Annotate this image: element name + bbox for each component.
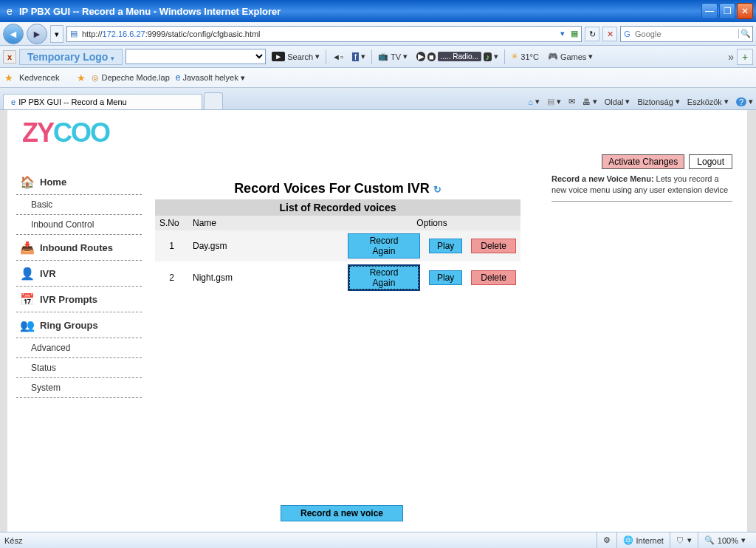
status-bar: Kész ⚙ 🌐Internet ⛉▾ 🔍 100% ▾: [0, 532, 756, 548]
sidebar-item-inbound-control[interactable]: Inbound Control: [16, 215, 142, 235]
toolbar-select[interactable]: [126, 49, 266, 64]
feeds-menu[interactable]: ▤▾: [547, 97, 561, 106]
table-container: Record Voices For Custom IVR ↻ List of R…: [155, 168, 520, 294]
status-zoom[interactable]: 🔍 100% ▾: [698, 532, 752, 548]
close-button[interactable]: ✕: [737, 3, 753, 19]
toolbar-fb[interactable]: f▾: [349, 52, 368, 61]
record-new-container: Record a new voice: [281, 505, 403, 521]
sidebar-item-home[interactable]: 🏠Home: [16, 169, 142, 195]
status-ready: Kész: [4, 532, 597, 548]
cell-name: Night.gsm: [188, 261, 343, 294]
activate-changes-button[interactable]: Activate Changes: [602, 154, 684, 169]
sidebar: 🏠Home Basic Inbound Control 📥Inbound Rou…: [16, 169, 142, 398]
security-menu[interactable]: Biztonság ▾: [637, 97, 679, 106]
ivr-icon: 👤: [19, 265, 35, 281]
play-button[interactable]: Play: [429, 270, 462, 285]
forward-button[interactable]: ►: [27, 24, 47, 44]
status-protected-mode[interactable]: ⛉▾: [670, 532, 698, 548]
status-internet[interactable]: 🌐Internet: [616, 532, 670, 548]
sidebar-item-ring-groups[interactable]: 👥Ring Groups: [16, 312, 142, 338]
cell-sno: 2: [155, 261, 188, 294]
toolbar-weather[interactable]: ☀31°C: [508, 52, 542, 61]
print-menu[interactable]: 🖶▾: [583, 97, 597, 106]
sidebar-item-system[interactable]: System: [16, 378, 142, 398]
search-input[interactable]: [633, 30, 738, 38]
record-new-button[interactable]: Record a new voice: [281, 505, 403, 521]
help-menu[interactable]: ?▾: [736, 97, 753, 106]
prompts-icon: 📅: [19, 291, 35, 307]
play-button[interactable]: Play: [429, 239, 462, 253]
minimize-button[interactable]: —: [701, 3, 718, 19]
toolbar-more-icon[interactable]: »: [728, 51, 734, 63]
stop-button[interactable]: ✕: [602, 27, 617, 41]
help-text: Record a new Voice Menu: Lets you record…: [551, 174, 732, 196]
voices-table: S.No Name Options 1 Day.gsm Record Again…: [155, 216, 520, 294]
status-icon-1[interactable]: ⚙: [597, 532, 616, 548]
back-button[interactable]: ◄: [3, 24, 24, 44]
cell-sno: 1: [155, 230, 188, 261]
toolbar-radio[interactable]: ▶■..... Radio...♪▾: [413, 52, 501, 61]
mail-menu[interactable]: ✉: [568, 97, 575, 106]
toolbar-add-button[interactable]: +: [737, 49, 753, 65]
page-icon: ▤: [67, 29, 80, 38]
tools-menu[interactable]: Eszközök ▾: [687, 97, 729, 106]
col-name: Name: [188, 216, 343, 230]
table-row: 1 Day.gsm Record Again Play Delete: [155, 230, 520, 261]
search-button[interactable]: 🔍: [738, 29, 752, 38]
col-options: Options: [343, 216, 520, 230]
left-gutter: [0, 110, 7, 532]
delete-button[interactable]: Delete: [471, 239, 516, 253]
cell-name: Day.gsm: [188, 230, 343, 261]
nav-history-dropdown[interactable]: ▾: [50, 25, 63, 43]
tabs-bar: e IP PBX GUI -- Record a Menu ⌂▾ ▤▾ ✉ 🖶▾…: [0, 88, 756, 110]
window-titlebar: e IP PBX GUI -- Record a Menu - Windows …: [0, 0, 756, 22]
favorites-label: Kedvencek: [19, 73, 59, 82]
sidebar-item-advanced[interactable]: Advanced: [16, 338, 142, 358]
address-text[interactable]: http://172.16.6.27:9999/static/config/cf…: [80, 30, 557, 38]
groups-icon: 👥: [19, 317, 35, 333]
compat-icon[interactable]: ▦: [568, 29, 581, 38]
toolbar-games[interactable]: 🎮Games ▾: [545, 52, 596, 61]
page-menu[interactable]: Oldal ▾: [605, 97, 630, 106]
sidebar-item-ivr-prompts[interactable]: 📅IVR Prompts: [16, 287, 142, 312]
right-scrollbar[interactable]: [747, 110, 756, 532]
refresh-button[interactable]: ↻: [585, 27, 599, 41]
address-bar[interactable]: ▤ http://172.16.6.27:9999/static/config/…: [66, 26, 582, 42]
main-panel: ZYCOO 🏠Home Basic Inbound Control 📥Inbou…: [7, 110, 747, 532]
sidebar-item-ivr[interactable]: 👤IVR: [16, 261, 142, 287]
routes-icon: 📥: [19, 239, 35, 256]
refresh-icon[interactable]: ↻: [433, 184, 441, 195]
home-icon: 🏠: [19, 174, 35, 190]
maximize-button[interactable]: ❐: [719, 3, 735, 19]
toolbar-left[interactable]: ◄▫: [329, 52, 346, 61]
new-tab-button[interactable]: [204, 92, 223, 109]
logout-button[interactable]: Logout: [689, 154, 732, 169]
address-dropdown-icon[interactable]: ▾: [557, 29, 568, 38]
tab-active[interactable]: e IP PBX GUI -- Record a Menu: [3, 94, 202, 109]
toolbar-search[interactable]: ►Search ▾: [269, 52, 323, 61]
favorites-bar: ★ Kedvencek ★ ◎Depeche Mode.lap eJavasol…: [0, 68, 756, 88]
home-menu[interactable]: ⌂▾: [528, 97, 540, 106]
tab-title: IP PBX GUI -- Record a Menu: [18, 97, 127, 106]
record-again-button[interactable]: Record Again: [348, 233, 420, 258]
toolbar-tv[interactable]: 📺TV ▾: [375, 52, 410, 61]
right-panel: Activate Changes Logout Record a new Voi…: [551, 154, 732, 202]
record-again-button[interactable]: Record Again: [348, 264, 420, 291]
fav-item-bookmark[interactable]: ★: [77, 72, 86, 83]
nav-toolbar: ◄ ► ▾ ▤ http://172.16.6.27:9999/static/c…: [0, 22, 756, 46]
fav-item-suggested[interactable]: eJavasolt helyek ▾: [176, 72, 245, 83]
sidebar-item-status[interactable]: Status: [16, 358, 142, 378]
content-area: ZYCOO 🏠Home Basic Inbound Control 📥Inbou…: [0, 110, 756, 532]
delete-button[interactable]: Delete: [471, 270, 516, 285]
temporary-logo[interactable]: Temporary Logo ▾: [19, 49, 123, 65]
fav-item-dm[interactable]: ◎Depeche Mode.lap: [92, 73, 169, 83]
favorites-star-icon[interactable]: ★: [4, 72, 13, 83]
search-box[interactable]: G 🔍: [620, 26, 753, 42]
page-title: Record Voices For Custom IVR ↻: [155, 168, 520, 196]
google-icon: G: [621, 30, 633, 38]
toolbar-close-button[interactable]: x: [3, 50, 16, 64]
table-row: 2 Night.gsm Record Again Play Delete: [155, 261, 520, 294]
sidebar-item-inbound-routes[interactable]: 📥Inbound Routes: [16, 235, 142, 261]
table-subhead: List of Recorded voices: [155, 199, 520, 216]
sidebar-item-basic[interactable]: Basic: [16, 195, 142, 215]
